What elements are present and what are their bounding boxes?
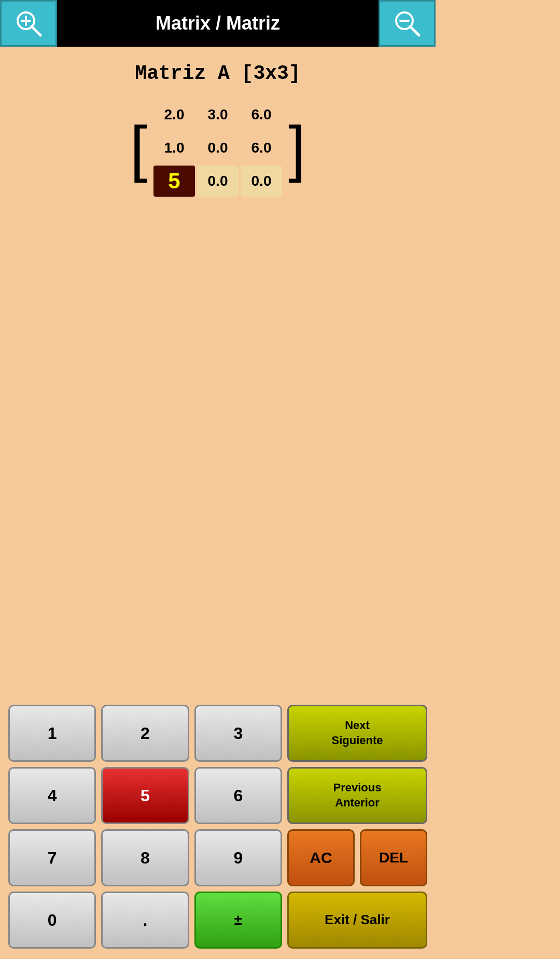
key-4-button[interactable]: 4 [8,767,96,824]
ac-button[interactable]: AC [287,829,355,886]
matrix-cell-0-1: 3.0 [197,99,239,130]
main-content: Matriz A [3x3] [ 2.0 3.0 6.0 1.0 0.0 6.0… [0,47,436,696]
matrix-grid: 2.0 3.0 6.0 1.0 0.0 6.0 5 0.0 0.0 [149,95,286,201]
title-text: Matrix / Matriz [156,12,280,34]
del-button[interactable]: DEL [360,829,427,886]
key-8-button[interactable]: 8 [101,829,189,886]
zoom-in-button[interactable] [0,0,57,47]
app-title: Matrix / Matriz [57,0,379,47]
next-button[interactable]: NextSiguiente [287,705,427,762]
keypad-row-4: 0 . ± Exit / Salir [8,892,427,949]
bracket-right: ] [288,117,305,179]
matrix-cell-2-0: 5 [153,166,195,197]
key-3-button[interactable]: 3 [194,705,282,762]
matrix-display: [ 2.0 3.0 6.0 1.0 0.0 6.0 5 0.0 0.0 ] [130,95,306,201]
matrix-cell-0-0: 2.0 [153,99,195,130]
previous-button[interactable]: PreviousAnterior [287,767,427,824]
key-5-button[interactable]: 5 [101,767,189,824]
key-1-button[interactable]: 1 [8,705,96,762]
key-7-button[interactable]: 7 [8,829,96,886]
key-pm-button[interactable]: ± [194,892,282,949]
svg-line-1 [32,26,40,35]
matrix-cell-1-0: 1.0 [153,132,195,163]
key-0-button[interactable]: 0 [8,892,96,949]
key-2-button[interactable]: 2 [101,705,189,762]
matrix-cell-0-2: 6.0 [241,99,282,130]
key-9-button[interactable]: 9 [194,829,282,886]
exit-button[interactable]: Exit / Salir [287,892,427,949]
matrix-cell-1-2: 6.0 [241,132,282,163]
keypad-row-3: 7 8 9 AC DEL [8,829,427,886]
key-dot-button[interactable]: . [101,892,189,949]
matrix-cell-2-2: 0.0 [241,166,282,197]
zoom-out-button[interactable] [379,0,436,47]
keypad-row-1: 1 2 3 NextSiguiente [8,705,427,762]
matrix-cell-2-1: 0.0 [197,166,239,197]
keypad-row-2: 4 5 6 PreviousAnterior [8,767,427,824]
bracket-left: [ [130,117,147,179]
matrix-cell-1-1: 0.0 [197,132,239,163]
svg-line-5 [410,26,419,35]
keypad: 1 2 3 NextSiguiente 4 5 6 PreviousAnteri… [0,696,436,959]
matrix-title: Matriz A [3x3] [135,62,300,85]
app-header: Matrix / Matriz [0,0,436,47]
key-6-button[interactable]: 6 [194,767,282,824]
